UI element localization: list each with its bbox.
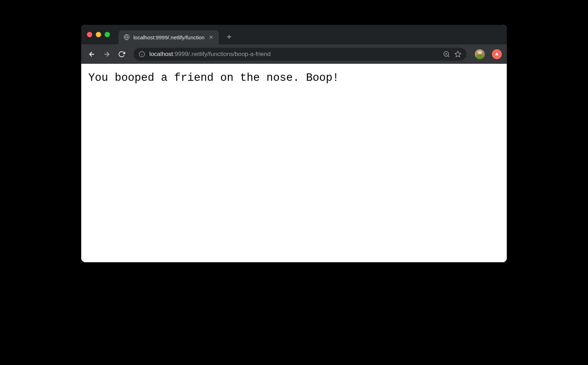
browser-window: localhost:9999/.netlify/function [81,25,507,262]
bookmark-star-icon[interactable] [454,51,461,58]
extension-badge[interactable] [492,49,502,59]
address-bar[interactable]: localhost:9999/.netlify/functions/boop-a… [134,48,466,61]
new-tab-button[interactable] [224,32,234,42]
tab-strip: localhost:9999/.netlify/function [81,25,507,44]
zoom-icon[interactable] [443,51,450,58]
browser-tab[interactable]: localhost:9999/.netlify/function [118,30,219,44]
url-path: :9999/.netlify/functions/boop-a-friend [173,51,271,57]
window-close-button[interactable] [87,32,92,37]
close-icon[interactable] [208,34,214,40]
reload-button[interactable] [116,49,127,60]
forward-button[interactable] [101,49,112,60]
toolbar: localhost:9999/.netlify/functions/boop-a… [81,44,507,64]
tab-title: localhost:9999/.netlify/function [133,34,205,40]
window-minimize-button[interactable] [96,32,101,37]
url-host: localhost [149,51,173,57]
globe-icon [123,34,130,40]
svg-marker-3 [455,51,461,57]
profile-avatar[interactable] [475,49,485,59]
info-icon[interactable] [139,51,145,57]
window-maximize-button[interactable] [105,32,110,37]
url-text: localhost:9999/.netlify/functions/boop-a… [149,51,439,58]
back-button[interactable] [86,49,98,60]
traffic-lights [87,32,110,37]
page-body-text: You booped a friend on the nose. Boop! [88,72,500,84]
page-viewport: You booped a friend on the nose. Boop! [81,64,507,262]
